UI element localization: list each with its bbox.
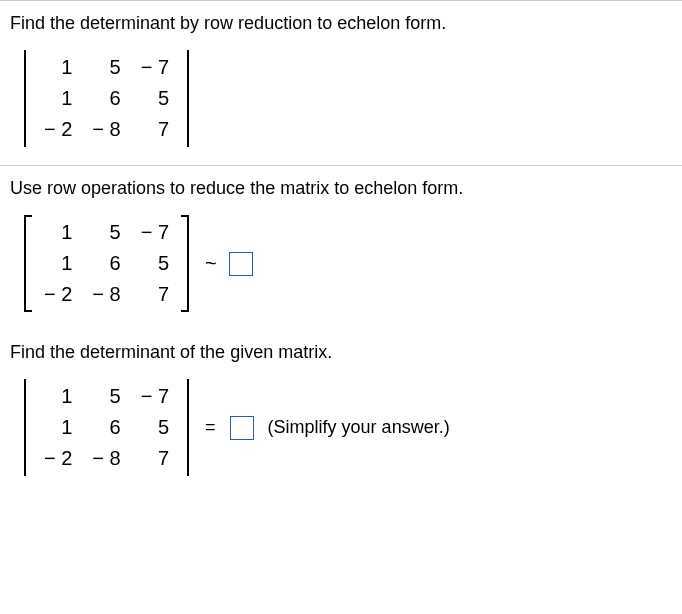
bracket-left <box>24 215 32 312</box>
prompt-text: Find the determinant by row reduction to… <box>10 13 672 34</box>
matrix-cell: 7 <box>131 279 179 310</box>
bracket-right <box>181 215 189 312</box>
det-bar-right <box>187 379 189 476</box>
matrix-cell: − 7 <box>131 52 179 83</box>
matrix-cell: 1 <box>34 52 82 83</box>
matrix-table: 1 5 − 7 1 6 5 − 2 − 8 7 <box>34 381 179 474</box>
matrix-cell: 6 <box>82 248 130 279</box>
matrix-cell: 5 <box>82 217 130 248</box>
matrix-cell: 1 <box>34 248 82 279</box>
matrix-cell: − 8 <box>82 443 130 474</box>
matrix-cell: 1 <box>34 83 82 114</box>
matrix-cell: − 7 <box>131 217 179 248</box>
matrix-cell: 5 <box>82 52 130 83</box>
matrix-cell: − 2 <box>34 443 82 474</box>
matrix-row: 1 5 − 7 1 6 5 − 2 − 8 7 = (Simplify your… <box>10 377 672 478</box>
matrix-cell: 5 <box>131 248 179 279</box>
det-bar-right <box>187 50 189 147</box>
matrix-cell: 5 <box>82 381 130 412</box>
simplify-hint: (Simplify your answer.) <box>264 417 450 438</box>
matrix-cell: 1 <box>34 217 82 248</box>
matrix-row: 1 5 − 7 1 6 5 − 2 − 8 7 <box>10 48 672 149</box>
matrix-cell: − 2 <box>34 114 82 145</box>
section-determinant-answer: Find the determinant of the given matrix… <box>0 330 682 494</box>
matrix-cell: − 8 <box>82 114 130 145</box>
determinant-matrix: 1 5 − 7 1 6 5 − 2 − 8 7 <box>24 377 189 478</box>
echelon-answer-input[interactable] <box>229 252 253 276</box>
bracket-matrix: 1 5 − 7 1 6 5 − 2 − 8 7 <box>24 213 189 314</box>
matrix-cell: 5 <box>131 412 179 443</box>
matrix-cell: − 7 <box>131 381 179 412</box>
matrix-cell: − 2 <box>34 279 82 310</box>
matrix-cell: 1 <box>34 381 82 412</box>
matrix-cell: 6 <box>82 412 130 443</box>
prompt-text: Use row operations to reduce the matrix … <box>10 178 672 199</box>
matrix-table: 1 5 − 7 1 6 5 − 2 − 8 7 <box>34 52 179 145</box>
tilde-symbol: ~ <box>199 252 219 275</box>
det-bar-left <box>24 50 26 147</box>
matrix-cell: 7 <box>131 443 179 474</box>
matrix-row: 1 5 − 7 1 6 5 − 2 − 8 7 ~ <box>10 213 672 314</box>
matrix-cell: 7 <box>131 114 179 145</box>
det-bar-left <box>24 379 26 476</box>
determinant-matrix: 1 5 − 7 1 6 5 − 2 − 8 7 <box>24 48 189 149</box>
section-row-operations: Use row operations to reduce the matrix … <box>0 166 682 330</box>
matrix-cell: 5 <box>131 83 179 114</box>
prompt-text: Find the determinant of the given matrix… <box>10 342 672 363</box>
section-find-determinant: Find the determinant by row reduction to… <box>0 1 682 165</box>
matrix-cell: 1 <box>34 412 82 443</box>
determinant-answer-input[interactable] <box>230 416 254 440</box>
matrix-cell: − 8 <box>82 279 130 310</box>
equals-symbol: = <box>199 417 220 438</box>
matrix-table: 1 5 − 7 1 6 5 − 2 − 8 7 <box>34 217 179 310</box>
matrix-cell: 6 <box>82 83 130 114</box>
